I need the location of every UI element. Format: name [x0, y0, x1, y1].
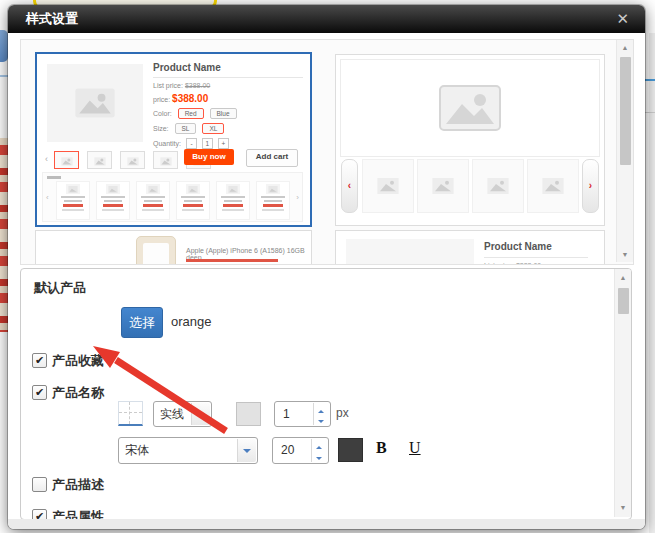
chevron-down-icon[interactable] [237, 439, 256, 462]
close-icon[interactable]: ✕ [616, 5, 629, 33]
thumbnail [362, 159, 414, 213]
select-product-button[interactable]: 选择 [121, 307, 163, 338]
spinner-up-icon[interactable] [314, 403, 329, 414]
scroll-up-icon[interactable]: ▲ [615, 274, 631, 281]
checkbox-product-name[interactable]: ✔ [32, 385, 47, 400]
thumbnail [54, 151, 79, 169]
selected-product-value: orange [171, 314, 211, 329]
preview-scrollbar[interactable]: ▲ ▼ [616, 40, 633, 262]
image-placeholder-icon [47, 64, 143, 142]
dialog-footer [8, 519, 645, 529]
preview-product-name: Product Name [484, 241, 588, 258]
template-preview-panel: Product Name List price: $388.00 price: … [20, 39, 634, 265]
color-option-blue: Blue [210, 108, 237, 119]
scrollbar-thumb[interactable] [618, 288, 629, 314]
style-settings-dialog: 样式设置 ✕ Product Name List price: $388.00 … [8, 5, 645, 529]
related-item [56, 181, 90, 220]
font-color-swatch[interactable] [338, 438, 363, 462]
size-option-sl: SL [175, 123, 197, 134]
scrollbar-thumb[interactable] [620, 57, 631, 165]
preview-price: price: $388.00 [153, 93, 303, 104]
template-card-gallery[interactable]: ‹ › [335, 54, 605, 226]
template-card-list[interactable]: Apple (Apple) iPhone 6 (A1586) 16GB deep [35, 230, 312, 265]
spinner-up-icon[interactable] [312, 439, 327, 451]
checkbox-label-product-name[interactable]: 产品名称 [52, 384, 104, 402]
dialog-title: 样式设置 [26, 5, 78, 33]
preview-size-row: Size: SL XL [153, 123, 303, 134]
bold-button[interactable]: B [376, 439, 387, 457]
font-family-dropdown[interactable]: 宋体 [118, 437, 258, 464]
background-blue-line [645, 79, 655, 81]
related-item [136, 181, 170, 220]
preview-product-name: Product Name [153, 62, 303, 78]
settings-form-panel: 默认产品 选择 orange ✔ 产品收藏 ✔ 产品名称 实线 1 px [20, 268, 632, 520]
related-item [256, 181, 290, 220]
related-item [176, 181, 210, 220]
border-position-picker[interactable] [118, 401, 143, 426]
border-style-dropdown[interactable]: 实线 [153, 401, 212, 427]
size-option-xl: XL [202, 123, 224, 134]
template-card-detail2[interactable]: Product Name List price: $388.00 [335, 230, 605, 265]
template-card-detail-selected[interactable]: Product Name List price: $388.00 price: … [35, 52, 312, 227]
chevron-down-icon[interactable] [191, 403, 210, 425]
background-blue-tab [0, 30, 8, 62]
scroll-down-icon[interactable]: ▼ [617, 251, 633, 258]
skeleton-text [186, 259, 278, 262]
background-gray-line [645, 112, 655, 113]
buy-now-button: Buy now [184, 149, 234, 165]
qty-minus: - [186, 138, 197, 149]
thumbnail [417, 159, 469, 213]
background-divider [0, 75, 8, 77]
skeleton-text [47, 176, 61, 179]
carousel-prev-button: ‹ [341, 159, 358, 213]
page: 样式设置 ✕ Product Name List price: $388.00 … [0, 0, 655, 533]
font-size-spinner[interactable]: 20 [272, 437, 329, 464]
color-option-red: Red [178, 108, 204, 119]
underline-button[interactable]: U [409, 439, 421, 457]
default-product-label: 默认产品 [34, 279, 86, 297]
spinner-down-icon[interactable] [314, 414, 329, 425]
form-scrollbar[interactable]: ▲ ▼ [614, 269, 631, 517]
image-placeholder [346, 239, 474, 265]
background-page-right [649, 33, 655, 533]
thumbnail [472, 159, 524, 213]
chevron-left-icon: ‹ [46, 193, 49, 202]
chevron-right-icon: › [296, 193, 299, 202]
dialog-titlebar: 样式设置 ✕ [8, 5, 645, 33]
scroll-down-icon[interactable]: ▼ [615, 504, 631, 511]
related-products-strip: ‹ › [42, 172, 303, 222]
checkbox-product-favorite[interactable]: ✔ [32, 353, 47, 368]
thumbnail [87, 151, 112, 169]
qty-value: 1 [202, 138, 213, 149]
checkbox-product-description[interactable] [32, 477, 47, 492]
thumbnail [120, 151, 145, 169]
carousel-next-button: › [582, 159, 599, 213]
add-cart-button: Add cart [246, 149, 298, 167]
scroll-up-icon[interactable]: ▲ [617, 44, 633, 51]
product-photo [136, 236, 176, 265]
detail-info-column: Product Name List price: $388.00 price: … [153, 62, 303, 149]
related-item [216, 181, 250, 220]
preview-list-price: List price: $388.00 [153, 82, 303, 89]
thumbnail [527, 159, 579, 213]
checkbox-label-product-favorite[interactable]: 产品收藏 [52, 352, 104, 370]
qty-plus: + [218, 138, 229, 149]
border-color-swatch[interactable] [236, 402, 261, 426]
preview-quantity-row: Quantity: - 1 + [153, 138, 303, 149]
thumbnail [153, 151, 178, 169]
image-placeholder-icon [340, 59, 600, 157]
checkbox-label-product-description[interactable]: 产品描述 [52, 476, 104, 494]
preview-color-row: Color: Red Blue [153, 108, 303, 119]
spinner-down-icon[interactable] [312, 451, 327, 463]
chevron-left-icon: ‹ [45, 154, 48, 164]
px-unit-label: px [336, 406, 349, 420]
preview-list-price: List price: $388.00 [484, 262, 541, 265]
related-item [96, 181, 130, 220]
border-width-spinner[interactable]: 1 [274, 401, 331, 427]
